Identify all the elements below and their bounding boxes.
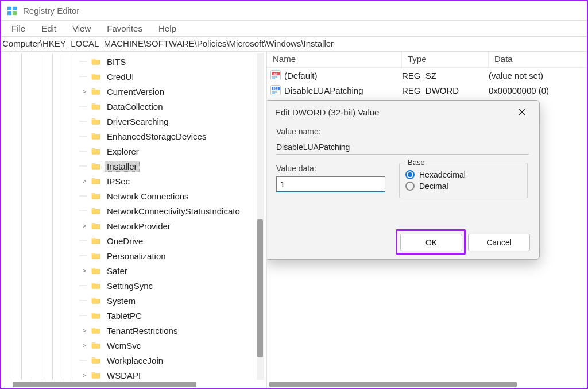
tree-item[interactable]: DataCollection — [1, 99, 256, 114]
folder-icon — [91, 87, 101, 95]
tree-item[interactable]: >NetworkProvider — [1, 218, 256, 233]
column-data[interactable]: Data — [489, 52, 587, 67]
chevron-right-icon[interactable]: > — [78, 338, 91, 353]
tree-horizontal-scrollbar[interactable] — [2, 381, 256, 388]
tree-item[interactable]: System — [1, 293, 256, 308]
tree-item[interactable]: >WSDAPI — [1, 368, 256, 380]
svg-rect-0 — [7, 6, 11, 10]
main-split: BITSCredUI>CurrentVersionDataCollectionD… — [1, 52, 587, 388]
tree-item-label: Personalization — [105, 251, 168, 261]
tree-item-label: WSDAPI — [105, 370, 143, 380]
tree-item[interactable]: SettingSync — [1, 278, 256, 293]
value-data-field[interactable] — [276, 176, 385, 192]
tree-item[interactable]: NetworkConnectivityStatusIndicato — [1, 203, 256, 218]
tree-item-label: DataCollection — [105, 101, 165, 112]
tree-item[interactable]: EnhancedStorageDevices — [1, 129, 256, 144]
tree-item-label: OneDrive — [105, 236, 145, 247]
address-bar[interactable]: Computer\HKEY_LOCAL_MACHINE\SOFTWARE\Pol… — [1, 37, 587, 52]
value-row[interactable]: DisableLUAPatchingREG_DWORD0x00000000 (0… — [267, 83, 587, 98]
tree-item[interactable]: BITS — [1, 54, 256, 69]
tree-item-label: Installer — [105, 161, 140, 172]
tree-item-label: EnhancedStorageDevices — [105, 131, 208, 142]
address-text: Computer\HKEY_LOCAL_MACHINE\SOFTWARE\Pol… — [2, 38, 334, 48]
chevron-right-icon[interactable]: > — [78, 323, 91, 338]
tree-view[interactable]: BITSCredUI>CurrentVersionDataCollectionD… — [1, 52, 256, 380]
tree-item-label: IPSec — [105, 176, 132, 187]
value-name: (Default) — [284, 71, 318, 80]
tree-item[interactable]: CredUI — [1, 69, 256, 84]
value-type: REG_DWORD — [402, 86, 489, 95]
tree-item[interactable]: >IPSec — [1, 174, 256, 188]
column-type[interactable]: Type — [402, 52, 489, 67]
chevron-right-icon[interactable]: > — [78, 84, 91, 99]
value-row[interactable]: (Default)REG_SZ(value not set) — [267, 68, 587, 83]
folder-icon — [91, 222, 101, 230]
radio-dec-label: Decimal — [419, 182, 448, 191]
chevron-right-icon[interactable]: > — [78, 263, 91, 278]
tree-item[interactable]: Network Connections — [1, 188, 256, 203]
menu-file[interactable]: File — [3, 22, 33, 34]
dialog-title: Edit DWORD (32-bit) Value — [275, 107, 379, 117]
values-list[interactable]: (Default)REG_SZ(value not set)DisableLUA… — [267, 68, 587, 98]
tree-vertical-scrollbar-thumb[interactable] — [257, 219, 263, 357]
values-horizontal-scrollbar-thumb[interactable] — [269, 382, 517, 387]
radio-dot-icon — [405, 182, 415, 191]
column-name[interactable]: Name — [267, 52, 402, 67]
close-icon[interactable] — [514, 104, 530, 120]
tree-item-label: System — [105, 295, 138, 306]
tree-item-label: Safer — [105, 265, 130, 276]
folder-icon — [91, 162, 101, 170]
folder-icon — [91, 72, 101, 80]
tree-horizontal-scrollbar-thumb[interactable] — [13, 382, 196, 387]
chevron-right-icon[interactable]: > — [78, 174, 91, 188]
tree-branch-stub — [78, 144, 91, 159]
tree-item[interactable]: >TenantRestrictions — [1, 323, 256, 338]
menu-help[interactable]: Help — [150, 22, 184, 34]
tree-item[interactable]: OneDrive — [1, 233, 256, 248]
tree-panel: BITSCredUI>CurrentVersionDataCollectionD… — [1, 52, 264, 388]
tree-item-label: BITS — [105, 56, 128, 67]
tree-item-label: Explorer — [105, 146, 141, 157]
tree-branch-stub — [78, 248, 91, 263]
radio-dec[interactable]: Decimal — [405, 182, 521, 191]
tree-branch-stub — [78, 233, 91, 248]
folder-icon — [91, 177, 101, 185]
folder-icon — [91, 356, 101, 364]
tree-vertical-scrollbar[interactable] — [257, 53, 264, 380]
ok-highlight — [396, 229, 466, 255]
menu-edit[interactable]: Edit — [33, 22, 64, 34]
tree-item[interactable]: Explorer — [1, 144, 256, 159]
tree-item[interactable]: >Safer — [1, 263, 256, 278]
tree-item-label: WorkplaceJoin — [105, 355, 165, 366]
tree-item[interactable]: WorkplaceJoin — [1, 353, 256, 368]
title-bar: Registry Editor — [1, 1, 587, 21]
value-name-field[interactable] — [276, 140, 529, 155]
cancel-button[interactable]: Cancel — [468, 234, 530, 251]
folder-icon — [91, 132, 101, 140]
tree-item[interactable]: >WcmSvc — [1, 338, 256, 353]
tree-item[interactable]: Installer — [1, 159, 256, 174]
folder-icon — [91, 326, 101, 334]
tree-item[interactable]: TabletPC — [1, 308, 256, 323]
chevron-right-icon[interactable]: > — [78, 368, 91, 380]
folder-icon — [91, 117, 101, 125]
chevron-right-icon[interactable]: > — [78, 218, 91, 233]
values-horizontal-scrollbar[interactable] — [268, 381, 586, 388]
tree-branch-stub — [78, 114, 91, 129]
radio-hex[interactable]: Hexadecimal — [405, 170, 521, 179]
menu-favorites[interactable]: Favorites — [99, 22, 150, 34]
tree-branch-stub — [78, 69, 91, 84]
tree-branch-stub — [78, 188, 91, 203]
tree-item[interactable]: DriverSearching — [1, 114, 256, 129]
folder-icon — [91, 237, 101, 245]
tree-item[interactable]: Personalization — [1, 248, 256, 263]
base-group-label: Base — [405, 158, 427, 167]
dialog-title-bar[interactable]: Edit DWORD (32-bit) Value — [267, 101, 539, 124]
tree-item[interactable]: >CurrentVersion — [1, 84, 256, 99]
ok-button[interactable]: OK — [400, 234, 462, 251]
menu-view[interactable]: View — [64, 22, 99, 34]
folder-icon — [91, 267, 101, 275]
window-title: Registry Editor — [23, 6, 79, 16]
folder-icon — [91, 282, 101, 290]
value-name: DisableLUAPatching — [284, 86, 363, 95]
